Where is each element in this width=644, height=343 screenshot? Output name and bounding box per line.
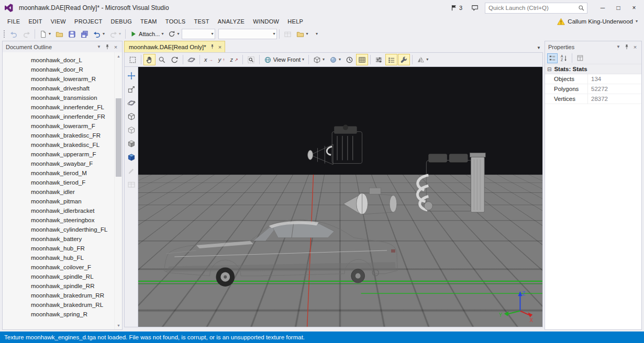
outline-item[interactable]: moonhawk_spindle_RR: [3, 281, 122, 291]
properties-header[interactable]: Properties ▼ ×: [545, 41, 641, 52]
advanced-tools-button[interactable]: [398, 54, 410, 65]
document-outline-tree[interactable]: moonhawk_door_Lmoonhawk_door_Rmoonhawk_l…: [3, 52, 122, 329]
scroll-down-icon[interactable]: ▼: [115, 322, 122, 329]
maximize-button[interactable]: □: [610, 1, 626, 15]
menu-item[interactable]: FILE: [3, 17, 24, 26]
menu-item[interactable]: ANALYZE: [214, 17, 249, 26]
uv-table-button[interactable]: [126, 179, 137, 190]
marquee-select-button[interactable]: [127, 54, 139, 65]
engine-transmission-model[interactable]: [343, 153, 485, 214]
menu-item[interactable]: EDIT: [24, 17, 46, 26]
window-position-button[interactable]: ▼: [614, 43, 623, 51]
playback-button[interactable]: [343, 54, 356, 65]
outline-item[interactable]: moonhawk_spindle_RL: [3, 272, 122, 281]
toolbar-grip[interactable]: [3, 30, 5, 38]
attach-button[interactable]: Attach... ▾: [128, 28, 165, 40]
toolbar-overflow-button[interactable]: ▾: [310, 28, 323, 40]
wireframe-mode-button[interactable]: [126, 111, 137, 122]
outline-item[interactable]: moonhawk_brakedrum_RR: [3, 291, 122, 300]
grid-toggle-button[interactable]: [356, 54, 368, 65]
toolbar-combo-2[interactable]: ▾: [218, 29, 277, 39]
pin-button[interactable]: [623, 43, 631, 51]
document-outline-header[interactable]: Document Outline ▼ ×: [3, 41, 122, 52]
navigate-forward-button[interactable]: [20, 28, 32, 40]
outline-item[interactable]: moonhawk_swaybar_F: [3, 159, 122, 168]
scale-manipulator-button[interactable]: [126, 84, 137, 95]
outline-item[interactable]: moonhawk_battery: [3, 234, 122, 244]
outline-item[interactable]: moonhawk_idlerbracket: [3, 206, 122, 215]
x-axis-button[interactable]: x→: [202, 54, 215, 65]
toolbar-combo-1[interactable]: ▾: [182, 29, 215, 39]
open-file-button[interactable]: [53, 28, 65, 40]
world-rotate-button[interactable]: [185, 54, 197, 65]
camera-dropdown[interactable]: ▾: [311, 54, 327, 65]
quick-launch-box[interactable]: [485, 3, 587, 14]
outline-item[interactable]: moonhawk_innerfender_FL: [3, 102, 122, 112]
orbit-tool-button[interactable]: [169, 54, 181, 65]
outline-item[interactable]: moonhawk_door_R: [3, 65, 122, 74]
z-axis-button[interactable]: z↗: [228, 54, 240, 65]
save-button[interactable]: [66, 28, 78, 40]
outline-item[interactable]: moonhawk_brakedisc_FR: [3, 131, 122, 140]
scene-outline-toggle-button[interactable]: [385, 54, 397, 65]
scroll-up-icon[interactable]: ▲: [115, 52, 122, 60]
new-file-button[interactable]: ▾: [37, 28, 53, 40]
pin-icon[interactable]: [209, 44, 215, 50]
outline-item[interactable]: moonhawk_hub_FL: [3, 253, 122, 262]
property-row[interactable]: Polygons 52272: [545, 84, 641, 94]
zoom-extents-button[interactable]: [245, 54, 257, 65]
car-model[interactable]: [164, 220, 397, 287]
quick-launch-input[interactable]: [488, 5, 578, 11]
shaded-mode-button[interactable]: [126, 138, 137, 150]
outline-item[interactable]: moonhawk_brakedisc_FL: [3, 140, 122, 150]
redo-button[interactable]: ▾: [107, 28, 123, 40]
menu-item[interactable]: TEST: [190, 17, 213, 26]
3d-viewport[interactable]: Z X Y: [138, 67, 542, 327]
outline-scrollbar[interactable]: ▲ ▼: [114, 52, 122, 329]
outline-item[interactable]: moonhawk_transmission: [3, 93, 122, 102]
close-panel-button[interactable]: ×: [631, 43, 639, 51]
minimize-button[interactable]: ─: [595, 1, 610, 15]
outline-item[interactable]: moonhawk_coilover_F: [3, 262, 122, 272]
edit-mesh-button[interactable]: [126, 165, 137, 177]
outline-item[interactable]: moonhawk_door_L: [3, 55, 122, 65]
outline-item[interactable]: moonhawk_brakedrum_RL: [3, 300, 122, 310]
collapse-icon[interactable]: ⊟: [547, 66, 551, 72]
save-all-button[interactable]: [79, 28, 91, 40]
notifications-button[interactable]: 3: [448, 2, 464, 14]
close-button[interactable]: ×: [626, 1, 642, 15]
outline-item[interactable]: moonhawk_hub_FR: [3, 244, 122, 253]
y-axis-button[interactable]: y↑: [216, 54, 228, 65]
feedback-button[interactable]: [469, 2, 481, 14]
textured-mode-button[interactable]: [126, 152, 137, 163]
close-panel-button[interactable]: ×: [112, 43, 120, 51]
outline-item[interactable]: moonhawk_innerfender_FR: [3, 112, 122, 121]
hiddenline-mode-button[interactable]: [126, 124, 137, 136]
alphabetical-button[interactable]: [559, 53, 569, 63]
menu-item[interactable]: TOOLS: [161, 17, 190, 26]
rotate-manipulator-button[interactable]: [126, 97, 137, 109]
refresh-button[interactable]: ▾: [166, 28, 181, 40]
navigate-back-button[interactable]: [8, 28, 20, 40]
engine-part-model[interactable]: [308, 125, 362, 165]
output-window-button[interactable]: ▾: [294, 28, 310, 40]
pin-button[interactable]: [103, 43, 112, 51]
document-tab[interactable]: moonhawk.DAE[Read Only]* ×: [124, 41, 225, 52]
outline-item[interactable]: moonhawk_tierod_M: [3, 168, 122, 178]
stats-section-header[interactable]: ⊟ Stats: Stats: [545, 64, 641, 74]
menu-item[interactable]: TEAM: [136, 17, 161, 26]
outline-item[interactable]: moonhawk_driveshaft: [3, 84, 122, 93]
menu-item[interactable]: PROJECT: [70, 17, 106, 26]
outline-item[interactable]: moonhawk_upperarm_F: [3, 150, 122, 159]
open-documents-dropdown-icon[interactable]: ▼: [537, 45, 541, 50]
menu-item[interactable]: VIEW: [47, 17, 70, 26]
menu-item[interactable]: WINDOW: [249, 17, 283, 26]
tab-close-icon[interactable]: ×: [218, 44, 221, 50]
pan-tool-button[interactable]: [143, 54, 156, 65]
outline-item[interactable]: moonhawk_spring_R: [3, 310, 122, 319]
translate-manipulator-button[interactable]: [126, 70, 137, 82]
outline-item[interactable]: moonhawk_lowerarm_R: [3, 74, 122, 84]
outline-item[interactable]: moonhawk_lowerarm_F: [3, 121, 122, 131]
property-pages-button[interactable]: [575, 53, 585, 63]
zoom-tool-button[interactable]: [156, 54, 168, 65]
